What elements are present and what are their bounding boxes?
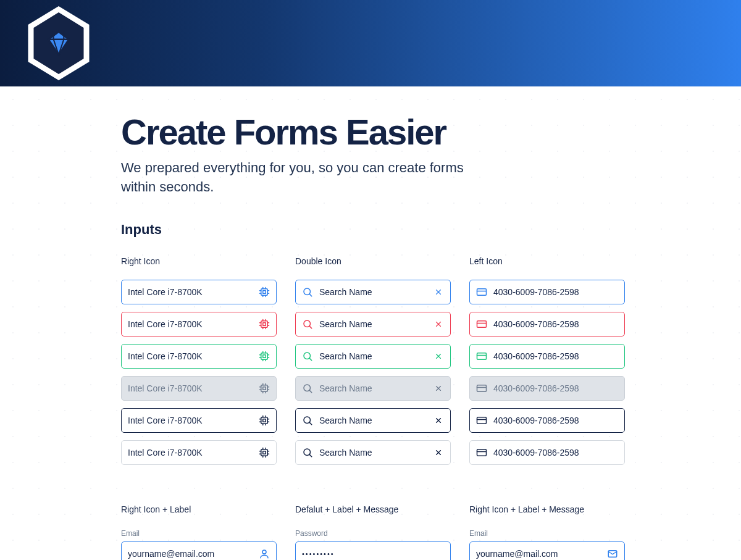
input-value: Search Name: [319, 383, 427, 393]
logo: [25, 6, 93, 80]
input-value: Search Name: [319, 287, 427, 297]
input-double-icon-light[interactable]: Search Name: [295, 440, 451, 465]
cpu-icon: [259, 351, 270, 362]
input-value: •••••••••: [302, 550, 444, 558]
search-icon: [302, 319, 313, 330]
input-value: Search Name: [319, 351, 427, 361]
mail-icon: [607, 548, 618, 559]
col-label-double-icon: Double Icon: [295, 256, 451, 266]
col-label-right-icon-label: Right Icon + Label: [121, 504, 277, 514]
card-icon: [476, 286, 487, 298]
input-password[interactable]: •••••••••: [295, 541, 451, 560]
input-right-icon-red[interactable]: Intel Core i7-8700K: [121, 312, 277, 336]
card-icon: [476, 351, 487, 362]
search-icon: [302, 286, 313, 298]
input-value: 4030-6009-7086-2598: [493, 383, 618, 393]
close-icon: [433, 383, 444, 394]
card-icon: [476, 447, 487, 458]
search-icon: [302, 351, 313, 362]
close-icon[interactable]: [433, 319, 444, 330]
cpu-icon: [259, 319, 270, 330]
input-value: Search Name: [319, 416, 427, 425]
input-double-icon-disabled: Search Name: [295, 376, 451, 401]
field-label-password: Password: [295, 529, 451, 538]
input-double-icon-red[interactable]: Search Name: [295, 312, 451, 336]
input-left-icon-blue[interactable]: 4030-6009-7086-2598: [469, 280, 625, 304]
input-right-icon-dark[interactable]: Intel Core i7-8700K: [121, 408, 277, 433]
col-label-left-icon: Left Icon: [469, 256, 625, 266]
input-left-icon-red[interactable]: 4030-6009-7086-2598: [469, 312, 625, 336]
search-icon: [302, 447, 313, 458]
search-icon: [302, 415, 313, 426]
input-value: 4030-6009-7086-2598: [493, 319, 618, 329]
input-value: Intel Core i7-8700K: [128, 448, 253, 458]
page-subtitle: We prepared everything for you, so you c…: [121, 159, 492, 197]
input-right-icon-green[interactable]: Intel Core i7-8700K: [121, 344, 277, 369]
input-double-icon-green[interactable]: Search Name: [295, 344, 451, 369]
section-title-inputs: Inputs: [121, 222, 627, 238]
field-label-email: Email: [121, 529, 277, 538]
input-left-icon-light[interactable]: 4030-6009-7086-2598: [469, 440, 625, 465]
input-value: 4030-6009-7086-2598: [493, 416, 618, 425]
input-double-icon-blue[interactable]: Search Name: [295, 280, 451, 304]
cpu-icon: [259, 415, 270, 426]
field-label-email-2: Email: [469, 529, 625, 538]
card-icon: [476, 319, 487, 330]
search-icon: [302, 383, 313, 394]
input-value: Intel Core i7-8700K: [128, 416, 253, 425]
col-label-default-label-message: Defalut + Label + Message: [295, 504, 451, 514]
input-email-2[interactable]: yourname@mail.com: [469, 541, 625, 560]
card-icon: [476, 415, 487, 426]
close-icon[interactable]: [433, 286, 444, 298]
header-bar: [0, 0, 741, 86]
input-right-icon-light[interactable]: Intel Core i7-8700K: [121, 440, 277, 465]
cpu-icon: [259, 383, 270, 394]
input-value: 4030-6009-7086-2598: [493, 287, 618, 297]
input-left-icon-green[interactable]: 4030-6009-7086-2598: [469, 344, 625, 369]
input-value: Intel Core i7-8700K: [128, 319, 253, 329]
input-value: yourname@email.com: [128, 549, 253, 559]
svg-marker-18: [48, 31, 69, 55]
input-left-icon-dark[interactable]: 4030-6009-7086-2598: [469, 408, 625, 433]
user-icon: [259, 548, 270, 559]
col-label-right-icon: Right Icon: [121, 256, 277, 266]
input-value: 4030-6009-7086-2598: [493, 351, 618, 361]
cpu-icon: [259, 447, 270, 458]
cpu-icon: [259, 286, 270, 298]
card-icon: [476, 383, 487, 394]
input-value: 4030-6009-7086-2598: [493, 448, 618, 458]
input-value: Intel Core i7-8700K: [128, 287, 253, 297]
input-value: Search Name: [319, 319, 427, 329]
col-label-right-icon-label-message: Right Icon + Label + Message: [469, 504, 625, 514]
input-email-1[interactable]: yourname@email.com: [121, 541, 277, 560]
close-icon[interactable]: [433, 351, 444, 362]
input-value: yourname@mail.com: [476, 549, 601, 559]
input-double-icon-dark[interactable]: Search Name: [295, 408, 451, 433]
input-right-icon-disabled: Intel Core i7-8700K: [121, 376, 277, 401]
close-icon[interactable]: [433, 415, 444, 426]
diamond-icon: [43, 28, 74, 59]
page-title: Create Forms Easier: [121, 111, 627, 153]
input-value: Intel Core i7-8700K: [128, 351, 253, 361]
input-value: Search Name: [319, 448, 427, 458]
input-value: Intel Core i7-8700K: [128, 383, 253, 393]
input-right-icon-blue[interactable]: Intel Core i7-8700K: [121, 280, 277, 304]
close-icon[interactable]: [433, 447, 444, 458]
input-left-icon-disabled: 4030-6009-7086-2598: [469, 376, 625, 401]
